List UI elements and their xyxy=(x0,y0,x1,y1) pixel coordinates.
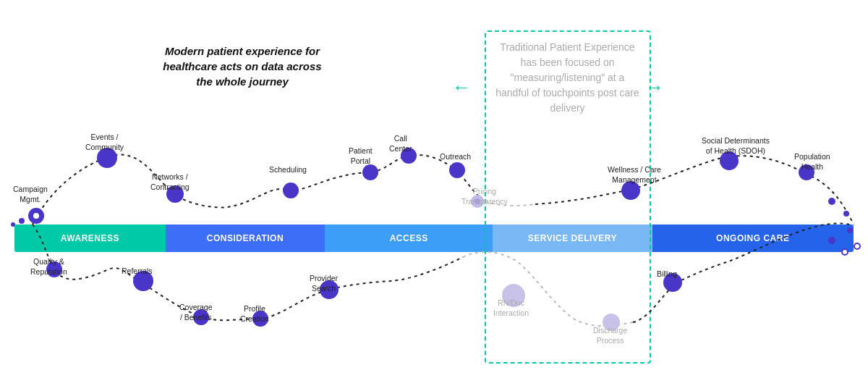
label-sdoh: Social Determinantsof Health (SDOH) xyxy=(702,136,770,156)
label-profile: ProfileCreation xyxy=(240,304,269,324)
svg-point-15 xyxy=(828,198,835,205)
svg-point-6 xyxy=(283,182,299,198)
svg-point-16 xyxy=(843,211,849,217)
label-wellness: Wellness / CareManagement xyxy=(608,165,661,185)
label-quality: Quality &Reputation xyxy=(30,257,67,277)
label-scheduling: Scheduling xyxy=(269,165,307,175)
label-outreach: Outreach xyxy=(440,152,471,162)
label-population: PopulationHealth xyxy=(794,152,830,172)
phase-consideration: CONSIDERATION xyxy=(166,225,325,252)
arrow-right-icon: → xyxy=(645,76,664,98)
label-referrals: Referrals xyxy=(122,267,153,277)
label-campaign: CampaignMgmt. xyxy=(13,185,48,204)
journey-path-svg: .dotted-path { fill: none; stroke: #222;… xyxy=(0,0,868,386)
label-call-center: CallCenter xyxy=(389,134,412,154)
phase-access: ACCESS xyxy=(325,225,493,252)
label-billing: Billing xyxy=(657,269,677,280)
arrow-left-icon: ← xyxy=(452,76,471,98)
svg-point-1 xyxy=(33,213,39,219)
label-networks: Networks /Contracting xyxy=(150,172,190,192)
svg-point-0 xyxy=(28,208,44,224)
label-rndoc: RN/DocInteraction xyxy=(493,298,529,318)
label-patient-portal: PatientPortal xyxy=(349,146,373,166)
traditional-desc: "measuring/listening" at a handful of to… xyxy=(495,72,639,114)
label-provider: ProviderSearch xyxy=(310,274,338,293)
label-pricing: PricingTransparency xyxy=(461,187,508,206)
main-container: AWARENESS CONSIDERATION ACCESS SERVICE D… xyxy=(0,0,868,386)
svg-point-2 xyxy=(19,218,25,224)
svg-point-28 xyxy=(854,243,860,249)
modern-text: Modern patient experience for healthcare… xyxy=(159,43,326,89)
phase-awareness: AWARENESS xyxy=(14,225,166,252)
phase-service: SERVICE DELIVERY xyxy=(493,225,652,252)
svg-point-7 xyxy=(362,164,378,180)
label-events: Events /Community xyxy=(85,133,124,152)
journey-bar: AWARENESS CONSIDERATION ACCESS SERVICE D… xyxy=(14,225,854,252)
label-discharge: DischargeProcess xyxy=(593,326,627,345)
phase-ongoing: ONGOING CARE xyxy=(652,225,854,252)
traditional-text: Traditional Patient Experience has been … xyxy=(493,40,642,116)
svg-point-9 xyxy=(449,162,465,178)
traditional-title: Traditional Patient Experience has been … xyxy=(500,41,634,68)
label-coverage: Coverage/ Benefits xyxy=(179,303,213,322)
